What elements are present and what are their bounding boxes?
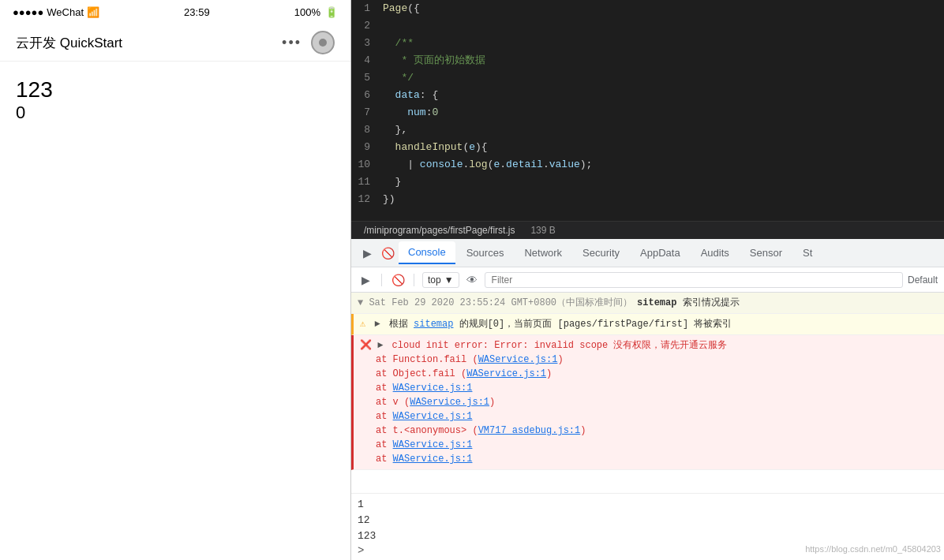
line-num: 10 [351, 156, 383, 174]
code-content: Page({ [383, 0, 420, 17]
line-num: 2 [351, 17, 383, 35]
context-select[interactable]: top ▼ [422, 272, 459, 288]
phone-header: 云开发 QuickStart ••• [0, 24, 350, 62]
code-line: 7 num:0 [351, 104, 944, 121]
toolbar-divider-2 [414, 274, 414, 286]
tab-network[interactable]: Network [515, 242, 571, 263]
filter-input[interactable] [485, 272, 903, 288]
stack-link[interactable]: WAService.js:1 [478, 354, 558, 365]
code-line: 12 }) [351, 191, 944, 208]
sidebar-toggle-icon[interactable]: ▶ [358, 272, 373, 288]
ban-icon[interactable]: 🚫 [378, 244, 397, 263]
stack-link-2[interactable]: WAService.js:1 [466, 368, 546, 379]
context-label: top [428, 274, 441, 286]
file-path: /miniprogram/pages/firstPage/first.js [364, 225, 515, 236]
stack-line: at WAService.js:1 [376, 452, 938, 466]
stack-trace: at Function.fail (WAService.js:1) at Obj… [360, 353, 938, 466]
line-num: 8 [351, 121, 383, 139]
battery-label: 100% [294, 6, 320, 18]
console-entry-warning: ⚠ ► 根据 sitemap 的规则[0]，当前页面 [pages/firstP… [351, 314, 944, 335]
code-line: 9 handleInput(e){ [351, 139, 944, 156]
stack-line: at t.<anonymous> (VM717 asdebug.js:1) [376, 424, 938, 438]
code-content: handleInput(e){ [383, 139, 488, 156]
stack-line: at Function.fail (WAService.js:1) [376, 353, 938, 367]
sitemap-link[interactable]: sitemap [414, 319, 453, 330]
line-num: 12 [351, 191, 383, 208]
line-num: 5 [351, 69, 383, 87]
code-content: }, [383, 121, 407, 139]
stack-link-6[interactable]: VM717 asdebug.js:1 [478, 425, 581, 436]
phone-title: 云开发 QuickStart [16, 34, 122, 52]
inspect-icon[interactable]: ▶ [358, 244, 376, 263]
stack-link-7[interactable]: WAService.js:1 [393, 439, 473, 450]
tab-console[interactable]: Console [399, 241, 455, 264]
tab-sensor[interactable]: Sensor [740, 242, 792, 263]
console-entry-info: ▼ Sat Feb 29 2020 23:55:24 GMT+0800（中国标准… [351, 293, 944, 314]
code-content: }) [383, 191, 395, 208]
status-bar: ●●●●● WeChat 📶 23:59 100% 🔋 [0, 0, 350, 24]
phone-header-icons: ••• [282, 31, 335, 54]
code-line: 10 | console.log(e.detail.value); [351, 156, 944, 174]
bottom-num-2: 12 [358, 513, 938, 528]
phone-content: 123 0 [0, 62, 350, 560]
tab-sources[interactable]: Sources [457, 242, 514, 263]
watermark: https://blog.csdn.net/m0_45804203 [805, 544, 941, 554]
phone-simulator: ●●●●● WeChat 📶 23:59 100% 🔋 云开发 QuickSta… [0, 0, 351, 560]
eye-icon[interactable]: 👁 [464, 272, 480, 288]
code-line: 6 data: { [351, 87, 944, 104]
tab-st[interactable]: St [793, 242, 822, 263]
warning-icon: ⚠ [360, 319, 365, 330]
code-line: 5 */ [351, 69, 944, 87]
code-content: */ [383, 69, 414, 87]
stack-link-5[interactable]: WAService.js:1 [393, 411, 473, 422]
stack-line: at WAService.js:1 [376, 409, 938, 424]
tab-appdata[interactable]: AppData [631, 242, 690, 263]
code-content: } [383, 174, 401, 191]
code-line: 2 [351, 17, 944, 35]
line-num: 11 [351, 174, 383, 191]
expand-arrow-2[interactable]: ► [377, 340, 383, 351]
stack-line: at WAService.js:1 [376, 381, 938, 395]
toolbar-divider [381, 274, 382, 286]
stack-link-3[interactable]: WAService.js:1 [393, 383, 473, 394]
code-content: | console.log(e.detail.value); [383, 156, 592, 174]
code-content: num:0 [383, 104, 438, 121]
line-num: 6 [351, 87, 383, 104]
code-content: /** [383, 35, 414, 52]
stack-link-8[interactable]: WAService.js:1 [393, 454, 473, 465]
code-editor[interactable]: 1 Page({ 2 3 /** 4 * 页面的初始数据 5 */ 6 data… [351, 0, 944, 221]
console-toolbar: ▶ 🚫 top ▼ 👁 Default [351, 267, 944, 293]
content-line-1: 123 [16, 77, 335, 103]
context-dropdown-icon: ▼ [444, 274, 454, 286]
clear-console-icon[interactable]: 🚫 [390, 272, 406, 288]
default-label: Default [908, 274, 938, 286]
time-display: 23:59 [184, 6, 210, 18]
line-num: 3 [351, 35, 383, 52]
record-button[interactable] [311, 31, 335, 54]
wifi-icon: 📶 [87, 6, 99, 18]
stack-line: at Object.fail (WAService.js:1) [376, 367, 938, 381]
entry-timestamp: ▼ Sat Feb 29 2020 23:55:24 GMT+0800（中国标准… [358, 297, 632, 308]
stack-link-4[interactable]: WAService.js:1 [410, 397, 489, 408]
error-icon: ❌ [360, 340, 372, 351]
tab-audits[interactable]: Audits [691, 242, 739, 263]
stack-line: at v (WAService.js:1) [376, 395, 938, 409]
code-content: data: { [383, 87, 438, 104]
signal-icon: ●●●●● [13, 6, 43, 18]
status-right: 100% 🔋 [294, 6, 338, 18]
bottom-num-1: 1 [358, 497, 938, 513]
expand-arrow[interactable]: ► [374, 319, 380, 330]
console-entry-error: ❌ ► cloud init error: Error: invalid sco… [351, 335, 944, 470]
code-line: 8 }, [351, 121, 944, 139]
line-num: 7 [351, 104, 383, 121]
tabs-bar: ▶ 🚫 Console Sources Network Security App… [351, 239, 944, 267]
line-num: 1 [351, 0, 383, 17]
file-size: 139 B [530, 225, 555, 236]
dot-menu-icon[interactable]: ••• [282, 35, 302, 51]
tab-security[interactable]: Security [573, 242, 629, 263]
record-inner [319, 39, 327, 47]
bottom-num-3: 123 [358, 528, 938, 544]
console-output: ▼ Sat Feb 29 2020 23:55:24 GMT+0800（中国标准… [351, 293, 944, 493]
error-message: cloud init error: Error: invalid scope 没… [392, 340, 728, 351]
status-left: ●●●●● WeChat 📶 [13, 6, 99, 18]
